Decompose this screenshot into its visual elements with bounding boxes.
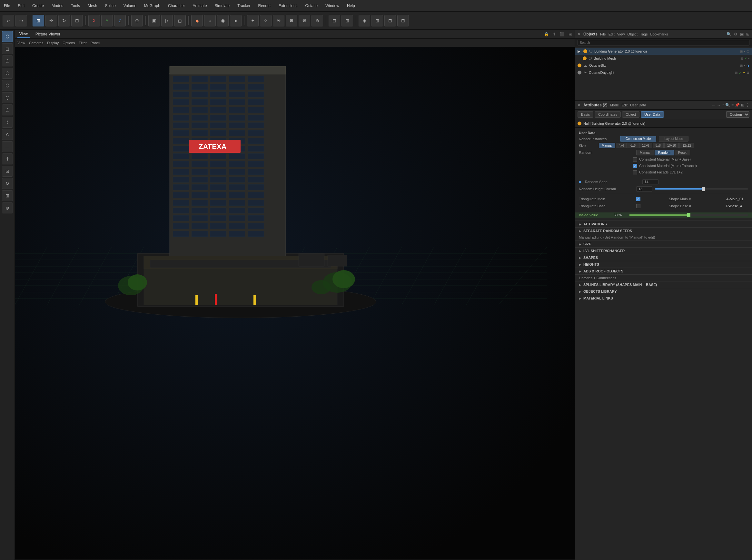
deform-tool[interactable]: ❋ bbox=[286, 15, 297, 26]
obj-sky-ctrl-1[interactable]: ⊞ bbox=[740, 64, 743, 67]
objects-menu-view[interactable]: View bbox=[617, 32, 625, 36]
consistent-material-main-base-cb[interactable] bbox=[633, 157, 637, 161]
model-mode[interactable]: ◆ bbox=[191, 15, 203, 26]
menu-create[interactable]: Create bbox=[31, 2, 45, 9]
menu-spline[interactable]: Spline bbox=[103, 2, 117, 9]
inside-value-thumb[interactable] bbox=[687, 213, 690, 217]
viewport-content[interactable]: ZATEXA bbox=[15, 47, 575, 559]
size-12x12[interactable]: 12x12 bbox=[679, 143, 694, 148]
light-tool[interactable]: ✦ bbox=[247, 15, 259, 26]
attr-list-icon[interactable]: ≡ bbox=[731, 103, 734, 107]
sidebar-tool-magnet[interactable]: ⊛ bbox=[2, 202, 13, 214]
obj-daylight-ctrl-check[interactable]: ✓ bbox=[739, 71, 741, 75]
menu-help[interactable]: Help bbox=[346, 2, 356, 9]
connect-tool[interactable]: ⊞ bbox=[341, 15, 353, 26]
objects-layout-icon[interactable]: ▣ bbox=[740, 32, 744, 36]
separate-random-seeds-header[interactable]: ▶ SEPARATE RANDOM SEEDS bbox=[575, 227, 752, 234]
objects-settings-icon[interactable]: ⚙ bbox=[734, 32, 737, 36]
menu-tracker[interactable]: Tracker bbox=[236, 2, 252, 9]
connection-mode-btn[interactable]: Connection Mode bbox=[620, 136, 656, 142]
search-input[interactable] bbox=[577, 40, 749, 45]
random-seed-input[interactable] bbox=[642, 179, 658, 184]
menu-modes[interactable]: Modes bbox=[50, 2, 64, 9]
objects-menu-object[interactable]: Object bbox=[627, 32, 637, 36]
attr-nav-up[interactable]: ↑ bbox=[722, 103, 724, 107]
sidebar-tool-model[interactable]: ⬡ bbox=[2, 31, 13, 42]
tab-view[interactable]: View bbox=[17, 30, 30, 38]
scale-tool[interactable]: ⊡ bbox=[71, 15, 83, 26]
bool-tool[interactable]: ⊟ bbox=[329, 15, 340, 26]
objects-menu-tags[interactable]: Tags bbox=[640, 32, 648, 36]
coord-z[interactable]: Z bbox=[114, 15, 126, 26]
menu-volume[interactable]: Volume bbox=[122, 2, 138, 9]
texture-mode[interactable]: ○ bbox=[204, 15, 216, 26]
splines-library-header[interactable]: ▶ SPLINES LIBRARY (SHAPES MAIN + BASE) bbox=[575, 281, 752, 288]
menu-tools[interactable]: Tools bbox=[70, 2, 81, 9]
sidebar-tool-text[interactable]: A bbox=[2, 129, 13, 140]
triangulate-main-cb[interactable]: ✓ bbox=[636, 197, 640, 201]
obj-octane-sky[interactable]: ☁ OctaneSky ⊞ • ◑ bbox=[575, 62, 752, 69]
material-links-header[interactable]: ▶ MATERIAL LINKS bbox=[575, 295, 752, 301]
vp-menu-panel[interactable]: Panel bbox=[91, 41, 100, 45]
consistent-material-entrance-cb[interactable]: ✓ bbox=[633, 164, 637, 168]
random-manual-btn[interactable]: Manual bbox=[636, 150, 654, 155]
menu-octane[interactable]: Octane bbox=[304, 2, 319, 9]
viewport-icon-4[interactable]: ▣ bbox=[569, 32, 572, 36]
viewport-icon-2[interactable]: ⬆ bbox=[553, 32, 556, 36]
tab-picture-viewer[interactable]: Picture Viewer bbox=[34, 31, 62, 38]
tab-coordinates[interactable]: Coordinates bbox=[595, 111, 621, 118]
sidebar-tool-align[interactable]: ⊞ bbox=[2, 190, 13, 201]
camera-tool[interactable]: ✧ bbox=[260, 15, 272, 26]
sidebar-tool-light[interactable]: ⬡ bbox=[2, 104, 13, 115]
move-tool[interactable]: ✛ bbox=[45, 15, 57, 26]
menu-file[interactable]: File bbox=[3, 2, 11, 9]
menu-render[interactable]: Render bbox=[257, 2, 272, 9]
menu-animate[interactable]: Animate bbox=[192, 2, 208, 9]
world-coord[interactable]: ⊕ bbox=[131, 15, 143, 26]
attr-menu-mode[interactable]: Mode bbox=[610, 103, 619, 107]
size-4x4[interactable]: 4x4 bbox=[616, 143, 627, 148]
extra-btn[interactable]: ⊞ bbox=[397, 15, 409, 26]
obj-building-generator[interactable]: ▶ ⬡ Building Generator 2.0 @florenoir ⊞ … bbox=[575, 48, 752, 55]
sidebar-tool-measure[interactable]: — bbox=[2, 141, 13, 152]
objects-expand-icon[interactable]: ⊞ bbox=[746, 32, 749, 36]
sidebar-tool-spline[interactable]: ⌇ bbox=[2, 117, 13, 128]
size-section-header[interactable]: ▶ SIZE bbox=[575, 241, 752, 247]
undo-button[interactable]: ↩ bbox=[3, 15, 14, 26]
layout-mode-btn[interactable]: Layout Mode bbox=[659, 136, 689, 142]
random-height-track[interactable] bbox=[655, 188, 748, 189]
tab-object[interactable]: Object bbox=[622, 111, 639, 118]
objects-menu-bookmarks[interactable]: Bookmarks bbox=[650, 32, 668, 36]
vp-menu-options[interactable]: Options bbox=[63, 41, 75, 45]
heights-header[interactable]: ▶ HEIGHTS bbox=[575, 261, 752, 267]
obj-ctrl-3[interactable]: ⬡ bbox=[747, 49, 749, 53]
objects-search-icon[interactable]: 🔍 bbox=[727, 32, 731, 36]
attr-pin-icon[interactable]: 📌 bbox=[735, 103, 740, 107]
redo-button[interactable]: ↪ bbox=[16, 15, 27, 26]
obj-ctrl-2[interactable]: • bbox=[744, 49, 745, 53]
attr-more-icon[interactable]: ⋮ bbox=[746, 103, 749, 107]
inside-value-track[interactable] bbox=[629, 214, 748, 216]
vp-menu-filter[interactable]: Filter bbox=[79, 41, 86, 45]
menu-mesh[interactable]: Mesh bbox=[86, 2, 98, 9]
sun-tool[interactable]: ☀ bbox=[273, 15, 284, 26]
custom-dropdown[interactable]: Custom bbox=[726, 111, 749, 118]
poly-tool[interactable]: ▣ bbox=[149, 15, 160, 26]
menu-edit[interactable]: Edit bbox=[17, 2, 26, 9]
attr-nav-forward[interactable]: → bbox=[717, 103, 721, 107]
shapes-header[interactable]: ▶ SHAPES bbox=[575, 254, 752, 261]
attr-nav-back[interactable]: ← bbox=[712, 103, 716, 107]
sidebar-tool-scale[interactable]: ⊡ bbox=[2, 166, 13, 177]
attr-menu-userdata[interactable]: User Data bbox=[630, 103, 646, 107]
obj-sky-ctrl-2[interactable]: • bbox=[744, 64, 745, 67]
menu-character[interactable]: Character bbox=[167, 2, 186, 9]
triangulate-base-cb[interactable] bbox=[636, 204, 640, 208]
obj-ctrl-1[interactable]: ⊞ bbox=[740, 49, 743, 53]
sidebar-tool-scene[interactable]: ⬡ bbox=[2, 80, 13, 91]
sidebar-tool-nurbs[interactable]: ◻ bbox=[2, 43, 13, 54]
attr-menu-edit[interactable]: Edit bbox=[621, 103, 628, 107]
obj-mesh-ctrl-1[interactable]: ⊞ bbox=[740, 57, 743, 60]
objects-menu-edit[interactable]: Edit bbox=[609, 32, 615, 36]
size-8x8[interactable]: 8x8 bbox=[653, 143, 664, 148]
dynamics-tool[interactable]: ⊛ bbox=[312, 15, 323, 26]
